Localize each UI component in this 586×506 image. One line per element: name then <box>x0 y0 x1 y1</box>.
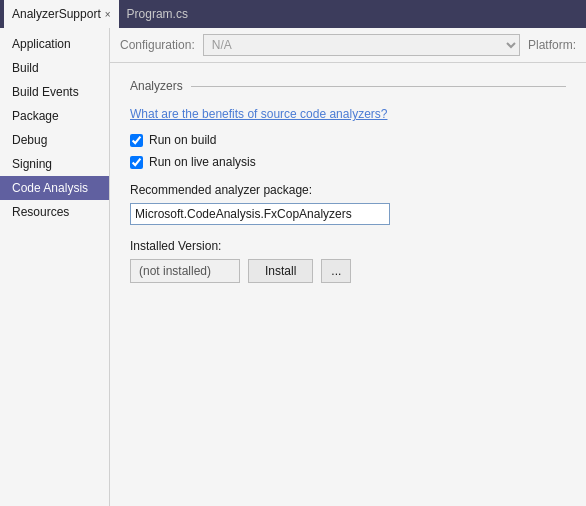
sidebar-item-code-analysis[interactable]: Code Analysis <box>0 176 109 200</box>
sidebar-item-build-events[interactable]: Build Events <box>0 80 109 104</box>
run-on-live-row: Run on live analysis <box>130 155 566 169</box>
sidebar: Application Build Build Events Package D… <box>0 28 110 506</box>
content-area: Configuration: N/A Platform: Analyzers W… <box>110 28 586 506</box>
config-label: Configuration: <box>120 38 195 52</box>
run-on-build-checkbox[interactable] <box>130 134 143 147</box>
config-bar: Configuration: N/A Platform: <box>110 28 586 63</box>
config-select[interactable]: N/A <box>203 34 520 56</box>
tab-analyzer-support[interactable]: AnalyzerSupport × <box>4 0 119 28</box>
main-layout: Application Build Build Events Package D… <box>0 28 586 506</box>
installed-label: Installed Version: <box>130 239 566 253</box>
install-button[interactable]: Install <box>248 259 313 283</box>
title-bar: AnalyzerSupport × Program.cs <box>0 0 586 28</box>
run-on-build-label: Run on build <box>149 133 216 147</box>
run-on-live-label: Run on live analysis <box>149 155 256 169</box>
installed-value: (not installed) <box>130 259 240 283</box>
section-divider <box>191 86 566 87</box>
sidebar-item-application[interactable]: Application <box>0 32 109 56</box>
section-header: Analyzers <box>130 79 566 93</box>
sidebar-item-build[interactable]: Build <box>0 56 109 80</box>
package-input[interactable] <box>130 203 390 225</box>
ellipsis-button[interactable]: ... <box>321 259 351 283</box>
recommended-label: Recommended analyzer package: <box>130 183 566 197</box>
tab-analyzer-label: AnalyzerSupport <box>12 7 101 21</box>
run-on-live-checkbox[interactable] <box>130 156 143 169</box>
sidebar-item-resources[interactable]: Resources <box>0 200 109 224</box>
sidebar-item-package[interactable]: Package <box>0 104 109 128</box>
tab-program-cs[interactable]: Program.cs <box>119 0 196 28</box>
installed-row: (not installed) Install ... <box>130 259 566 283</box>
analyzers-section: Analyzers What are the benefits of sourc… <box>110 63 586 506</box>
section-title: Analyzers <box>130 79 183 93</box>
run-on-build-row: Run on build <box>130 133 566 147</box>
benefits-link[interactable]: What are the benefits of source code ana… <box>130 107 566 121</box>
platform-label: Platform: <box>528 38 576 52</box>
sidebar-item-signing[interactable]: Signing <box>0 152 109 176</box>
tab-program-label: Program.cs <box>127 7 188 21</box>
tab-close-icon[interactable]: × <box>105 9 111 20</box>
sidebar-item-debug[interactable]: Debug <box>0 128 109 152</box>
